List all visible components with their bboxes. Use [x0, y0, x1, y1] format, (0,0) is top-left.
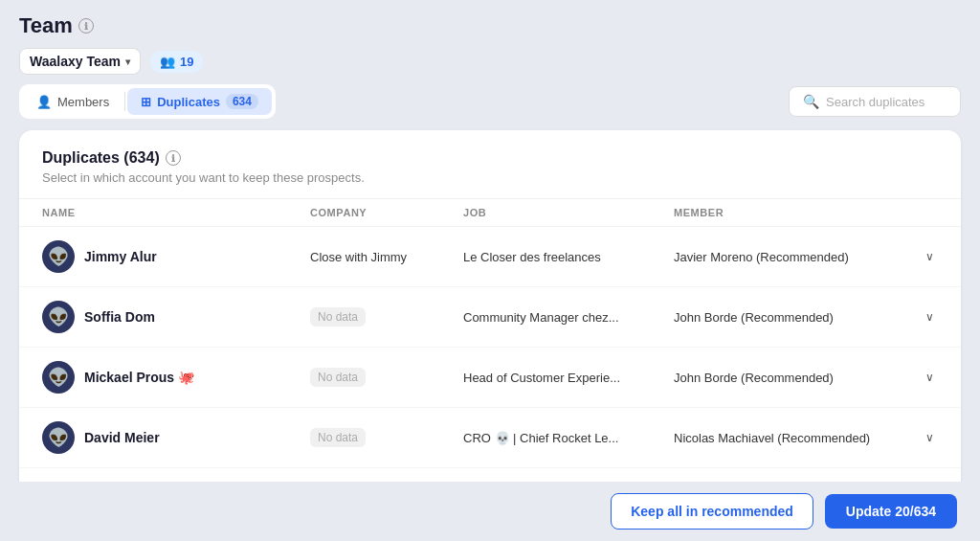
avatar: 👽 [42, 240, 75, 273]
member-cell: John Borde (Recommended) ∨ [674, 367, 938, 388]
tab-duplicates[interactable]: ⊞ Duplicates 634 [127, 88, 272, 115]
sub-header: Waalaxy Team ▾ 👥 19 [0, 48, 980, 84]
tab-members-label: Members [57, 95, 109, 109]
member-cell: John Borde (Recommended) ∨ [674, 306, 938, 327]
avatar: 👽 [42, 361, 75, 394]
company-text: Close with Jimmy [310, 250, 407, 264]
table-row: 👽 Soffia Dom No data Community Manager c… [19, 287, 961, 348]
member-dropdown-icon[interactable]: ∨ [922, 367, 938, 388]
avatar: 👽 [42, 421, 75, 454]
table-row: 👽 Jimmy Alur Close with Jimmy Le Closer … [19, 227, 961, 287]
member-count-icon: 👥 [160, 55, 175, 69]
job-cell: Le Closer des freelances [463, 250, 674, 264]
page-title-info-icon[interactable]: ℹ [78, 18, 94, 34]
tabs-bar: 👤 Members ⊞ Duplicates 634 🔍 Search dupl… [0, 84, 980, 119]
col-company: COMPANY [310, 207, 463, 218]
no-data-badge: No data [310, 307, 366, 327]
table-body: 👽 Jimmy Alur Close with Jimmy Le Closer … [19, 227, 961, 495]
team-selector-label: Waalaxy Team [30, 54, 121, 69]
card-header: Duplicates (634) ℹ Select in which accou… [19, 149, 961, 198]
company-cell: No data [310, 368, 463, 387]
col-job: JOB [463, 207, 674, 218]
company-cell: Close with Jimmy [310, 248, 463, 265]
col-name: NAME [42, 207, 310, 218]
member-count-badge: 👥 19 [150, 51, 203, 73]
main-card: Duplicates (634) ℹ Select in which accou… [19, 130, 961, 495]
tab-divider [124, 92, 125, 111]
company-cell: No data [310, 307, 463, 327]
search-placeholder: Search duplicates [826, 95, 924, 109]
tabs-container: 👤 Members ⊞ Duplicates 634 [19, 84, 276, 119]
members-icon: 👤 [36, 95, 52, 109]
col-member: MEMBER [674, 207, 938, 218]
company-cell: No data [310, 428, 463, 447]
card-title-text: Duplicates (634) [42, 149, 160, 167]
person-name: Mickael Prous 🐙 [84, 370, 194, 385]
tab-duplicates-label: Duplicates [157, 95, 220, 109]
person-cell: 👽 Soffia Dom [42, 301, 310, 333]
member-dropdown-icon[interactable]: ∨ [922, 306, 938, 327]
no-data-badge: No data [310, 428, 366, 447]
member-text: Javier Moreno (Recommended) [674, 250, 849, 264]
team-selector[interactable]: Waalaxy Team ▾ [19, 48, 141, 75]
member-text: John Borde (Recommended) [674, 310, 834, 325]
no-data-badge: No data [310, 368, 366, 387]
tab-members[interactable]: 👤 Members [23, 89, 122, 115]
team-selector-chevron-icon: ▾ [125, 56, 130, 67]
member-dropdown-icon[interactable]: ∨ [922, 427, 938, 448]
member-text: John Borde (Recommended) [674, 371, 834, 385]
job-cell: Head of Customer Experie... [463, 371, 674, 385]
member-text: Nicolas Machiavel (Recommended) [674, 431, 870, 445]
table-header: NAME COMPANY JOB MEMBER [19, 198, 961, 227]
job-cell: CRO 💀 | Chief Rocket Le... [463, 431, 674, 445]
search-box[interactable]: 🔍 Search duplicates [789, 86, 961, 117]
card-title: Duplicates (634) ℹ [42, 149, 938, 167]
job-cell: Community Manager chez... [463, 310, 674, 325]
card-info-icon[interactable]: ℹ [166, 150, 181, 166]
person-name: Soffia Dom [84, 309, 155, 325]
table-row: 👽 Mickael Prous 🐙 No data Head of Custom… [19, 348, 961, 408]
member-count: 19 [180, 55, 193, 69]
header: Team ℹ [0, 0, 980, 48]
person-name: Jimmy Alur [84, 249, 157, 264]
update-button[interactable]: Update 20/634 [825, 494, 957, 529]
page-title: Team ℹ [19, 13, 94, 38]
search-icon: 🔍 [803, 94, 819, 109]
person-name: David Meier [84, 430, 160, 445]
member-cell: Nicolas Machiavel (Recommended) ∨ [674, 427, 938, 448]
duplicates-icon: ⊞ [141, 95, 151, 109]
card-subtitle: Select in which account you want to keep… [42, 170, 938, 185]
member-dropdown-icon[interactable]: ∨ [922, 246, 938, 267]
person-cell: 👽 Jimmy Alur [42, 240, 310, 273]
duplicates-badge: 634 [226, 94, 258, 109]
keep-all-button[interactable]: Keep all in recommended [611, 493, 813, 530]
person-cell: 👽 Mickael Prous 🐙 [42, 361, 310, 394]
avatar: 👽 [42, 301, 75, 333]
person-cell: 👽 David Meier [42, 421, 310, 454]
member-cell: Javier Moreno (Recommended) ∨ [674, 246, 938, 267]
table-row: 👽 David Meier No data CRO 💀 | Chief Rock… [19, 408, 961, 468]
footer: Keep all in recommended Update 20/634 [0, 482, 980, 541]
